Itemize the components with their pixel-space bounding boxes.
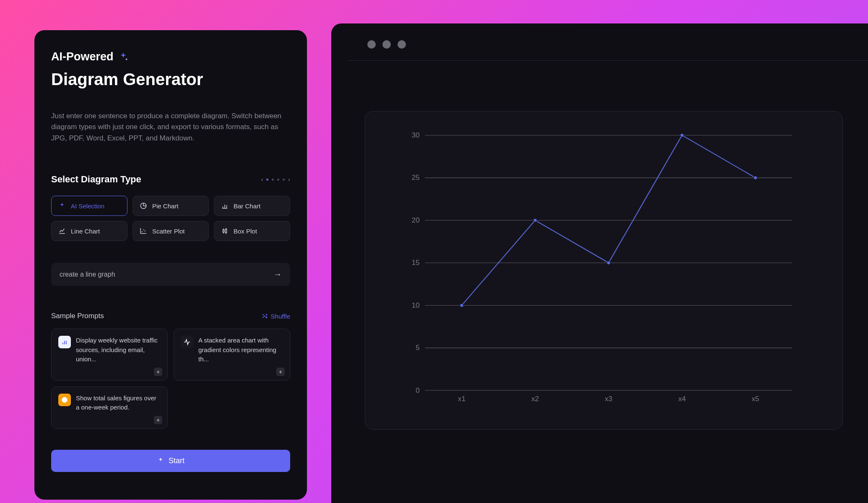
pager-prev[interactable]: ‹ <box>261 176 263 183</box>
svg-text:x5: x5 <box>752 395 759 403</box>
shuffle-label: Shuffle <box>271 313 290 320</box>
pie-chart-icon <box>140 202 147 210</box>
svg-text:x4: x4 <box>678 395 686 403</box>
arrow-right-icon[interactable]: → <box>273 270 282 279</box>
ai-badge: AI-Powered <box>51 50 290 63</box>
diagram-type-title: Select Diagram Type <box>51 174 141 185</box>
svg-point-2 <box>145 231 146 231</box>
svg-text:30: 30 <box>412 131 420 139</box>
svg-point-1 <box>143 229 144 230</box>
shuffle-button[interactable]: Shuffle <box>261 313 290 320</box>
sparkle-icon <box>58 202 66 210</box>
svg-point-0 <box>142 231 143 232</box>
prompt-value: create a line graph <box>60 271 115 278</box>
svg-text:$: $ <box>63 398 66 402</box>
type-bar-chart[interactable]: Bar Chart <box>214 196 290 216</box>
diagram-type-grid: AI Selection Pie Chart Bar Chart Line Ch… <box>51 196 290 241</box>
add-prompt-button[interactable]: + <box>276 368 285 376</box>
svg-text:20: 20 <box>412 216 420 224</box>
sample-text: Show total sales figures over a one-week… <box>76 394 161 412</box>
shuffle-icon <box>261 313 268 319</box>
scatter-plot-icon <box>140 227 147 235</box>
svg-point-24 <box>460 303 464 307</box>
chart-container: 051015202530x1x2x3x4x5 <box>365 111 843 430</box>
window-dot[interactable] <box>398 40 406 49</box>
sparkle-icon <box>118 52 129 62</box>
activity-icon <box>181 336 193 348</box>
page-description: Just enter one sentence to produce a com… <box>51 111 290 144</box>
window-controls <box>367 40 868 49</box>
type-label: Pie Chart <box>152 202 179 210</box>
type-label: Line Chart <box>71 228 100 235</box>
svg-point-28 <box>754 176 757 180</box>
svg-text:25: 25 <box>412 174 420 181</box>
dollar-icon: $ <box>58 394 71 406</box>
type-label: Bar Chart <box>234 202 260 210</box>
sample-title: Sample Prompts <box>51 312 104 320</box>
pager-dot-4[interactable] <box>283 179 285 181</box>
type-label: Scatter Plot <box>152 228 185 235</box>
type-pager: ‹ › <box>261 176 290 183</box>
add-prompt-button[interactable]: + <box>154 368 162 376</box>
type-pie-chart[interactable]: Pie Chart <box>133 196 209 216</box>
line-chart: 051015202530x1x2x3x4x5 <box>382 131 817 408</box>
type-ai-selection[interactable]: AI Selection <box>51 196 127 216</box>
preview-panel: 051015202530x1x2x3x4x5 <box>331 23 868 503</box>
svg-text:x3: x3 <box>605 395 612 403</box>
pager-next[interactable]: › <box>288 176 290 183</box>
badge-text: AI-Powered <box>51 50 114 63</box>
prompt-input[interactable]: create a line graph → <box>51 263 290 286</box>
svg-text:15: 15 <box>412 259 420 267</box>
type-line-chart[interactable]: Line Chart <box>51 221 127 241</box>
sparkle-icon <box>157 457 164 464</box>
add-prompt-button[interactable]: + <box>154 416 162 424</box>
box-plot-icon <box>221 227 229 235</box>
svg-text:10: 10 <box>412 301 420 309</box>
svg-text:0: 0 <box>416 386 420 394</box>
bar-chart-icon <box>58 336 71 348</box>
line-chart-icon <box>58 227 66 235</box>
svg-point-26 <box>607 261 611 265</box>
svg-text:x1: x1 <box>458 395 465 403</box>
window-dot[interactable] <box>367 40 376 49</box>
sample-grid: Display weekly website traffic sources, … <box>51 329 290 429</box>
pager-dot-1[interactable] <box>266 179 268 181</box>
svg-point-25 <box>533 218 537 222</box>
page-title: Diagram Generator <box>51 70 290 89</box>
svg-text:5: 5 <box>416 344 420 352</box>
window-dot[interactable] <box>382 40 391 49</box>
sample-card-2[interactable]: A stacked area chart with gradient color… <box>174 329 290 381</box>
sample-text: A stacked area chart with gradient color… <box>198 336 283 364</box>
start-label: Start <box>169 456 185 465</box>
sample-card-3[interactable]: $ Show total sales figures over a one-we… <box>51 386 168 429</box>
sample-header: Sample Prompts Shuffle <box>51 312 290 320</box>
start-button[interactable]: Start <box>51 450 290 472</box>
svg-point-27 <box>680 133 684 137</box>
type-box-plot[interactable]: Box Plot <box>214 221 290 241</box>
divider <box>348 60 868 61</box>
svg-text:x2: x2 <box>531 395 539 403</box>
control-panel: AI-Powered Diagram Generator Just enter … <box>34 30 307 500</box>
pager-dot-2[interactable] <box>272 179 274 181</box>
diagram-type-header: Select Diagram Type ‹ › <box>51 174 290 185</box>
type-scatter-plot[interactable]: Scatter Plot <box>133 221 209 241</box>
bar-chart-icon <box>221 202 229 210</box>
sample-card-1[interactable]: Display weekly website traffic sources, … <box>51 329 168 381</box>
type-label: AI Selection <box>71 202 104 210</box>
type-label: Box Plot <box>234 228 257 235</box>
pager-dot-3[interactable] <box>277 179 279 181</box>
sample-text: Display weekly website traffic sources, … <box>76 336 161 364</box>
